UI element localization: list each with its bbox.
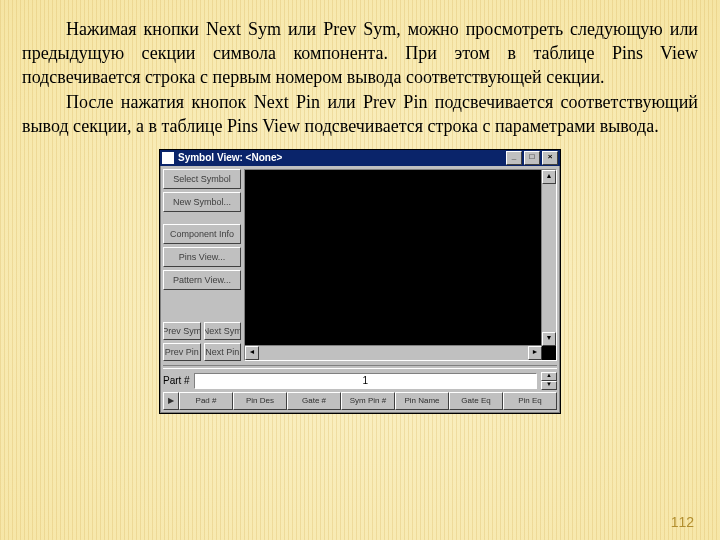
page-number: 112 [671, 514, 694, 530]
spin-down-icon[interactable]: ▼ [541, 381, 557, 390]
part-number-field[interactable]: 1 [194, 373, 537, 389]
paragraph-1: Нажимая кнопки Next Sym или Prev Sym, мо… [22, 18, 698, 89]
pattern-view-button[interactable]: Pattern View... [163, 270, 241, 290]
component-info-button[interactable]: Component Info [163, 224, 241, 244]
window-title: Symbol View: <None> [178, 152, 282, 163]
window-icon [162, 152, 174, 164]
part-number-row: Part # 1 ▲ ▼ [160, 370, 560, 392]
row-pointer-icon: ▶ [163, 392, 179, 410]
pins-column-headers: ▶ Pad # Pin Des Gate # Sym Pin # Pin Nam… [160, 392, 560, 413]
paragraph-2: После нажатия кнопок Next Pin или Prev P… [22, 91, 698, 139]
col-sympin[interactable]: Sym Pin # [341, 392, 395, 410]
part-spinner[interactable]: ▲ ▼ [541, 372, 557, 390]
col-pad[interactable]: Pad # [179, 392, 233, 410]
paragraph-2-text: После нажатия кнопок Next Pin или Prev P… [22, 92, 698, 136]
col-pinname[interactable]: Pin Name [395, 392, 449, 410]
scroll-up-icon[interactable]: ▲ [542, 170, 556, 184]
symbol-canvas: ▲ ▼ ◄ ► [244, 169, 557, 361]
prev-pin-button[interactable]: Prev Pin [163, 343, 201, 361]
vertical-scrollbar[interactable]: ▲ ▼ [541, 170, 556, 346]
close-button[interactable]: × [542, 151, 558, 165]
side-button-panel: Select Symbol New Symbol... Component In… [163, 169, 241, 361]
paragraph-1-text: Нажимая кнопки Next Sym или Prev Sym, мо… [22, 19, 698, 87]
select-symbol-button[interactable]: Select Symbol [163, 169, 241, 189]
scroll-left-icon[interactable]: ◄ [245, 346, 259, 360]
scroll-down-icon[interactable]: ▼ [542, 332, 556, 346]
window-titlebar: Symbol View: <None> _ □ × [160, 150, 560, 166]
scroll-right-icon[interactable]: ► [528, 346, 542, 360]
symbol-view-window: Symbol View: <None> _ □ × Select Symbol … [159, 149, 561, 414]
pins-view-button[interactable]: Pins View... [163, 247, 241, 267]
prev-sym-button[interactable]: Prev Sym [163, 322, 201, 340]
next-pin-button[interactable]: Next Pin [204, 343, 242, 361]
spin-up-icon[interactable]: ▲ [541, 372, 557, 381]
next-sym-button[interactable]: Next Sym [204, 322, 242, 340]
maximize-button[interactable]: □ [524, 151, 540, 165]
col-pineq[interactable]: Pin Eq [503, 392, 557, 410]
horizontal-scrollbar[interactable]: ◄ ► [245, 345, 542, 360]
separator [163, 365, 557, 369]
part-label: Part # [163, 375, 190, 386]
col-gate[interactable]: Gate # [287, 392, 341, 410]
col-pindes[interactable]: Pin Des [233, 392, 287, 410]
col-gateeq[interactable]: Gate Eq [449, 392, 503, 410]
new-symbol-button[interactable]: New Symbol... [163, 192, 241, 212]
minimize-button[interactable]: _ [506, 151, 522, 165]
